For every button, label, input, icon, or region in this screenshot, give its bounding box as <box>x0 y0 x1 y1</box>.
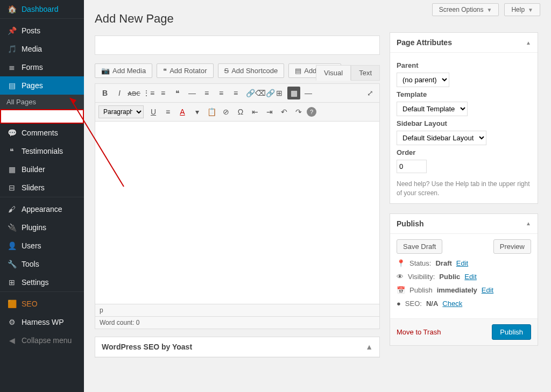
sidebar-label: Harness WP <box>22 318 64 326</box>
align-center-button[interactable]: ≡ <box>215 87 228 99</box>
editor-toolbar-1: B I ᴀʙᴄ ⋮≡ ≡ ❝ — ≡ ≡ ≡ 🔗 ⌫🔗 ⊞ ▦ — ⤢ <box>95 83 380 103</box>
forms-icon: ≣ <box>6 62 17 73</box>
page-attributes-header[interactable]: Page Attributes ▲ <box>390 33 538 53</box>
hr2-button[interactable]: — <box>302 87 315 99</box>
add-rotator-button[interactable]: ❝Add Rotator <box>157 63 213 78</box>
schedule-edit-link[interactable]: Edit <box>482 286 493 294</box>
help-icon[interactable]: ? <box>307 107 316 117</box>
sidebar-label: Settings <box>22 278 49 287</box>
sidebar-label: Forms <box>22 63 43 72</box>
tab-visual[interactable]: Visual <box>316 65 351 81</box>
status-edit-link[interactable]: Edit <box>456 259 468 267</box>
page-attributes-panel: Page Attributes ▲ Parent (no parent) Tem… <box>390 32 538 204</box>
sidebar-item-comments[interactable]: 💬Comments <box>0 124 84 142</box>
visibility-edit-link[interactable]: Edit <box>464 273 476 281</box>
more-button[interactable]: ⊞ <box>273 87 286 99</box>
parent-select[interactable]: (no parent) <box>397 73 449 87</box>
paste-text-button[interactable]: 📋 <box>205 105 218 118</box>
move-to-trash-link[interactable]: Move to Trash <box>397 328 441 336</box>
sidebar-item-builder[interactable]: ▦Builder <box>0 160 84 179</box>
btn-label: Add Media <box>112 67 146 75</box>
underline-button[interactable]: U <box>147 105 160 118</box>
sidebar-subitem-add-new[interactable]: Add New <box>0 109 84 124</box>
template-select[interactable]: Default Template <box>397 102 468 116</box>
quote-icon: ❝ <box>6 146 17 156</box>
sidebar-item-testimonials[interactable]: ❝Testimonials <box>0 142 84 160</box>
chevron-down-icon[interactable]: ▾ <box>190 105 203 118</box>
indent-button[interactable]: ⇥ <box>263 105 276 118</box>
sidebar-item-settings[interactable]: ⊞Settings <box>0 273 84 291</box>
publish-header[interactable]: Publish ▲ <box>390 214 538 234</box>
sidebar-label: Comments <box>22 129 58 137</box>
align-left-button[interactable]: ≡ <box>200 87 213 99</box>
bold-button[interactable]: B <box>98 87 111 99</box>
text-color-button[interactable]: A <box>176 105 189 118</box>
editor-toolbar-2: Paragraph U ≡ A ▾ 📋 ⊘ Ω ⇤ ⇥ ↶ ↷ ? <box>95 103 380 122</box>
preview-button[interactable]: Preview <box>493 239 531 254</box>
format-select[interactable]: Paragraph <box>98 105 144 118</box>
sidebar-item-pages[interactable]: ▤Pages <box>0 76 84 95</box>
sidebar-item-appearance[interactable]: 🖌Appearance <box>0 200 84 218</box>
sidebar-item-sliders[interactable]: ⊟Sliders <box>0 179 84 197</box>
comment-icon: 💬 <box>6 127 17 138</box>
status-row: 📍 Status: Draft Edit <box>397 259 531 267</box>
add-shortcode-button[interactable]: SAdd Shortcode <box>218 63 285 78</box>
gear-icon: ⚙ <box>6 317 17 327</box>
unlink-button[interactable]: ⌫🔗 <box>258 87 271 99</box>
save-draft-button[interactable]: Save Draft <box>397 239 442 254</box>
key-icon: 📍 <box>397 259 405 267</box>
special-char-button[interactable]: Ω <box>234 105 247 118</box>
sidebar-label: Builder <box>22 165 45 174</box>
sidebar-item-collapse[interactable]: ◀Collapse menu <box>0 331 84 350</box>
justify-button[interactable]: ≡ <box>161 105 174 118</box>
sidebar-layout-select[interactable]: Default Sidebar Layout <box>397 131 486 145</box>
sidebar-subitem-all-pages[interactable]: All Pages <box>0 95 84 109</box>
editor-body[interactable] <box>95 122 380 304</box>
sidebar-item-media[interactable]: 🎵Media <box>0 40 84 58</box>
sidebar-label: Sliders <box>22 183 45 192</box>
page-title-input[interactable] <box>95 35 380 55</box>
fullscreen-button[interactable]: ⤢ <box>364 87 377 99</box>
tab-text[interactable]: Text <box>351 65 380 81</box>
strike-icon: S <box>224 67 229 75</box>
status-value: Draft <box>435 259 451 267</box>
sidebar-item-harness[interactable]: ⚙Harness WP <box>0 313 84 331</box>
order-input[interactable] <box>397 160 427 173</box>
btn-label: Add Rotator <box>169 67 207 75</box>
italic-button[interactable]: I <box>113 87 126 99</box>
calendar-icon: 📅 <box>397 286 405 294</box>
page-title: Add New Page <box>95 12 540 26</box>
sidebar-item-dashboard[interactable]: 🏠Dashboard <box>0 0 84 18</box>
seo-check-link[interactable]: Check <box>442 300 462 308</box>
dashboard-icon: 🏠 <box>6 4 17 15</box>
eye-icon: 👁 <box>397 273 404 281</box>
sidebar-item-tools[interactable]: 🔧Tools <box>0 255 84 273</box>
sidebar-item-seo[interactable]: 🟧SEO <box>0 295 84 313</box>
numbered-list-button[interactable]: ≡ <box>157 87 169 99</box>
seo-panel-header[interactable]: WordPress SEO by Yoast ▲ <box>95 337 379 357</box>
sidebar-label: Plugins <box>22 223 46 232</box>
bullet-list-button[interactable]: ⋮≡ <box>142 87 155 99</box>
editor-status-bar: p <box>95 304 380 317</box>
sidebar-item-plugins[interactable]: 🔌Plugins <box>0 218 84 237</box>
strike-button[interactable]: ᴀʙᴄ <box>128 87 140 99</box>
undo-button[interactable]: ↶ <box>278 105 291 118</box>
toolbar-toggle-button[interactable]: ▦ <box>287 87 300 99</box>
clear-format-button[interactable]: ⊘ <box>220 105 232 118</box>
add-media-button[interactable]: 📷Add Media <box>95 63 152 78</box>
editor: Visual Text B I ᴀʙᴄ ⋮≡ ≡ ❝ — ≡ ≡ ≡ 🔗 ⌫🔗 … <box>95 83 380 329</box>
redo-button[interactable]: ↷ <box>292 105 305 118</box>
hr-button[interactable]: — <box>186 87 199 99</box>
publish-button[interactable]: Publish <box>492 324 531 340</box>
align-right-button[interactable]: ≡ <box>229 87 242 99</box>
seo-row: ● SEO: N/A Check <box>397 300 531 308</box>
outdent-button[interactable]: ⇤ <box>249 105 262 118</box>
sidebar-item-users[interactable]: 👤Users <box>0 237 84 255</box>
blockquote-button[interactable]: ❝ <box>171 87 184 99</box>
sidebar-item-posts[interactable]: 📌Posts <box>0 22 84 40</box>
visibility-row: 👁 Visibility: Public Edit <box>397 273 531 281</box>
plugin-icon: 🔌 <box>6 222 17 233</box>
wrench-icon: 🔧 <box>6 259 17 269</box>
schedule-label: Publish <box>409 286 433 294</box>
sidebar-item-forms[interactable]: ≣Forms <box>0 58 84 76</box>
